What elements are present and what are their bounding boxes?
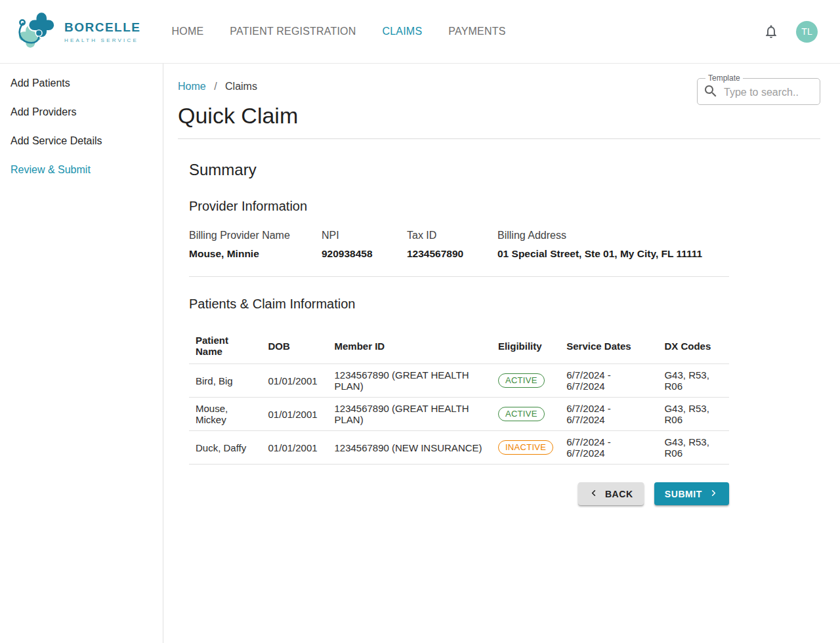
top-bar: BORCELLE HEALTH SERVICE HOME PATIENT REG…: [0, 0, 840, 64]
template-field-label: Template: [705, 73, 743, 83]
brand-logo: BORCELLE HEALTH SERVICE: [13, 5, 141, 58]
chevron-right-icon: [709, 488, 719, 500]
header-service-dates: Service Dates: [560, 327, 658, 364]
header-member-id: Member ID: [327, 327, 491, 364]
submit-button-label: SUBMIT: [665, 489, 702, 499]
summary-heading: Summary: [189, 161, 729, 179]
template-search-field: Template: [697, 73, 820, 105]
main-nav: HOME PATIENT REGISTRATION CLAIMS PAYMENT…: [172, 26, 506, 37]
back-button[interactable]: BACK: [578, 482, 644, 505]
tax-id-label: Tax ID: [407, 230, 497, 241]
billing-provider-name-label: Billing Provider Name: [189, 230, 322, 241]
eligibility-cell: ACTIVE: [492, 364, 560, 398]
billing-address-label: Billing Address: [497, 230, 729, 241]
member-id-cell: 1234567890 (GREAT HEALTH PLAN): [327, 364, 491, 398]
breadcrumb-current: Claims: [225, 81, 257, 92]
member-id-cell: 1234567890 (NEW INSURANCE): [327, 431, 491, 465]
header-dob: DOB: [262, 327, 328, 364]
eligibility-status-badge: ACTIVE: [498, 407, 545, 421]
table-row: Duck, Daffy 01/01/2001 1234567890 (NEW I…: [189, 431, 729, 465]
patients-claims-table: Patient Name DOB Member ID Eligibility S…: [189, 327, 729, 465]
service-dates-cell: 6/7/2024 - 6/7/2024: [560, 398, 658, 431]
breadcrumb: Home / Claims: [178, 81, 298, 93]
header-patient-name: Patient Name: [189, 327, 262, 364]
nav-item-patient-registration[interactable]: PATIENT REGISTRATION: [230, 26, 356, 37]
medical-cross-stethoscope-logo-icon: [13, 5, 62, 58]
sidebar-item-add-providers[interactable]: Add Providers: [0, 98, 163, 127]
dob-cell: 01/01/2001: [262, 398, 328, 431]
main-content: Home / Claims Quick Claim Template: [163, 64, 840, 643]
search-icon: [703, 83, 719, 102]
form-actions: BACK SUBMIT: [189, 482, 729, 505]
patients-claim-information-heading: Patients & Claim Information: [189, 297, 729, 312]
patient-name-cell: Bird, Big: [189, 364, 262, 398]
nav-item-home[interactable]: HOME: [172, 26, 204, 37]
header-eligibility: Eligibility: [492, 327, 560, 364]
service-dates-cell: 6/7/2024 - 6/7/2024: [560, 431, 658, 465]
dx-codes-cell: G43, R53, R06: [658, 398, 729, 431]
table-header-row: Patient Name DOB Member ID Eligibility S…: [189, 327, 729, 364]
provider-information-fields: Billing Provider Name Mouse, Minnie NPI …: [189, 230, 729, 260]
billing-address-value: 01 Special Street, Ste 01, My City, FL 1…: [497, 248, 729, 260]
billing-provider-name-value: Mouse, Minnie: [189, 248, 322, 260]
member-id-cell: 1234567890 (GREAT HEALTH PLAN): [327, 398, 491, 431]
breadcrumb-separator: /: [214, 81, 217, 92]
patient-name-cell: Mouse, Mickey: [189, 398, 262, 431]
provider-information-heading: Provider Information: [189, 199, 729, 214]
patient-name-cell: Duck, Daffy: [189, 431, 262, 465]
chevron-left-icon: [589, 488, 598, 500]
page-title: Quick Claim: [178, 103, 298, 129]
eligibility-status-badge: ACTIVE: [498, 373, 545, 388]
nav-item-claims[interactable]: CLAIMS: [382, 26, 422, 37]
submit-button[interactable]: SUBMIT: [654, 482, 729, 505]
eligibility-status-badge: INACTIVE: [498, 440, 553, 455]
eligibility-cell: INACTIVE: [492, 431, 560, 465]
table-row: Bird, Big 01/01/2001 1234567890 (GREAT H…: [189, 364, 729, 398]
breadcrumb-home-link[interactable]: Home: [178, 81, 206, 92]
dx-codes-cell: G43, R53, R06: [658, 431, 729, 465]
back-button-label: BACK: [605, 489, 633, 499]
service-dates-cell: 6/7/2024 - 6/7/2024: [560, 364, 658, 398]
table-row: Mouse, Mickey 01/01/2001 1234567890 (GRE…: [189, 398, 729, 431]
eligibility-cell: ACTIVE: [492, 398, 560, 431]
brand-name: BORCELLE: [64, 20, 141, 35]
dob-cell: 01/01/2001: [262, 364, 328, 398]
template-search-input[interactable]: [724, 87, 809, 98]
bell-icon[interactable]: [763, 24, 779, 39]
dx-codes-cell: G43, R53, R06: [658, 364, 729, 398]
npi-label: NPI: [322, 230, 407, 241]
dob-cell: 01/01/2001: [262, 431, 328, 465]
sidebar-item-add-patients[interactable]: Add Patients: [0, 69, 163, 98]
brand-tagline: HEALTH SERVICE: [64, 37, 141, 43]
sidebar-item-review-submit[interactable]: Review & Submit: [0, 156, 163, 184]
provider-section-divider: [189, 276, 729, 277]
tax-id-value: 1234567890: [407, 248, 497, 260]
npi-value: 920938458: [322, 248, 407, 260]
sidebar-item-add-service-details[interactable]: Add Service Details: [0, 127, 163, 156]
user-avatar[interactable]: TL: [796, 21, 818, 43]
nav-item-payments[interactable]: PAYMENTS: [448, 26, 505, 37]
wizard-sidebar: Add Patients Add Providers Add Service D…: [0, 64, 163, 643]
title-divider: [178, 138, 820, 139]
header-dx-codes: DX Codes: [658, 327, 729, 364]
